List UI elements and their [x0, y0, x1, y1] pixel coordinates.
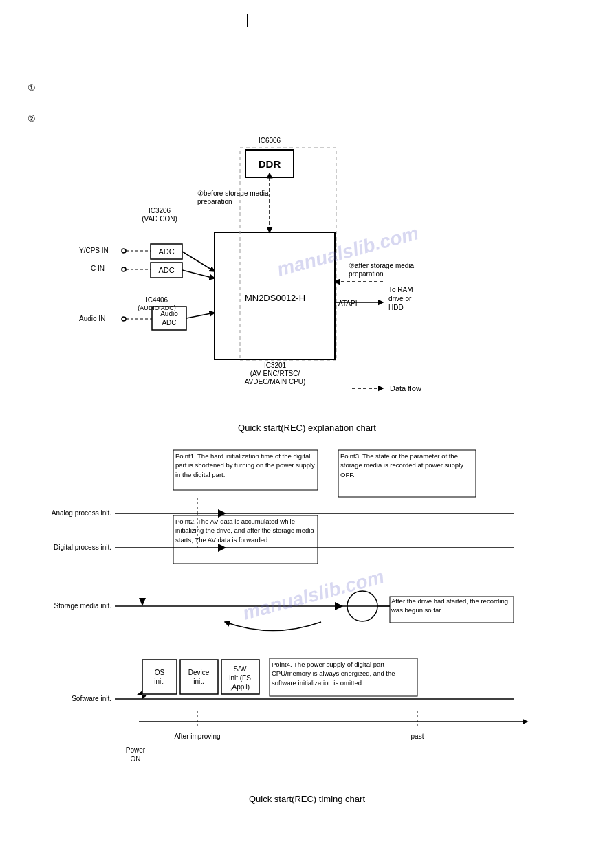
svg-text:IC4406: IC4406 [145, 296, 168, 304]
svg-text:ATAPI: ATAPI [338, 300, 357, 307]
svg-text:ON: ON [130, 755, 140, 763]
svg-text:HDD: HDD [388, 304, 404, 311]
section2: ② [28, 113, 586, 124]
svg-point-20 [122, 249, 126, 253]
svg-text:Audio IN: Audio IN [79, 315, 105, 322]
svg-text:drive or: drive or [388, 295, 412, 302]
svg-text:Analog process init.: Analog process init. [51, 509, 111, 517]
svg-text:IC3206: IC3206 [148, 207, 171, 214]
svg-text:ADC: ADC [158, 266, 174, 274]
svg-text:(AUDIO ADC): (AUDIO ADC) [138, 304, 176, 311]
svg-marker-57 [335, 602, 343, 610]
svg-text:OS: OS [154, 669, 164, 676]
svg-text:Power: Power [125, 746, 145, 754]
svg-point-23 [122, 267, 126, 271]
svg-text:Software init.: Software init. [72, 695, 111, 702]
diagram-svg: DDR IC6006 IC3206 (VAD CON) ADC ADC Audi… [32, 131, 582, 419]
timing-svg: Point1. The hard initialization time of … [32, 447, 582, 790]
svg-text:past: past [410, 733, 424, 740]
svg-point-26 [122, 317, 126, 321]
svg-text:ADC: ADC [158, 247, 174, 256]
timing-chart-title: Quick start(REC) timing chart [28, 794, 586, 804]
section2-label: ② [28, 113, 586, 124]
svg-line-28 [182, 252, 215, 271]
svg-text:,Appli): ,Appli) [230, 683, 249, 691]
svg-text:MN2DS0012-H: MN2DS0012-H [244, 293, 305, 303]
svg-text:preparation: preparation [349, 270, 384, 278]
svg-text:Data flow: Data flow [390, 384, 421, 392]
section1-label: ① [28, 82, 586, 93]
explanation-chart-title: Quick start(REC) explanation chart [28, 423, 586, 433]
svg-text:①before storage media: ①before storage media [197, 190, 269, 197]
svg-line-29 [182, 270, 215, 278]
svg-rect-67 [180, 660, 218, 694]
timing-chart: Point1. The hard initialization time of … [32, 447, 582, 790]
svg-text:C IN: C IN [91, 265, 105, 272]
svg-line-30 [186, 313, 215, 318]
svg-text:preparation: preparation [197, 198, 232, 205]
svg-text:Storage media init.: Storage media init. [54, 602, 111, 610]
svg-text:IC3201: IC3201 [263, 361, 286, 369]
svg-text:IC6006: IC6006 [258, 137, 281, 144]
svg-marker-56 [139, 598, 146, 606]
svg-text:S/W: S/W [233, 665, 246, 673]
svg-text:②after storage media: ②after storage media [349, 262, 415, 269]
svg-text:init.(FS: init.(FS [229, 674, 251, 682]
explanation-diagram: DDR IC6006 IC3206 (VAD CON) ADC ADC Audi… [32, 131, 582, 419]
svg-text:Device: Device [188, 669, 209, 676]
svg-text:ADC: ADC [162, 319, 176, 326]
svg-text:After improving: After improving [174, 733, 220, 740]
top-bar [28, 14, 248, 27]
svg-text:(AV ENC/RTSC/: (AV ENC/RTSC/ [250, 370, 300, 377]
svg-text:Y/CPS IN: Y/CPS IN [79, 247, 109, 254]
section1: ① [28, 82, 586, 93]
svg-text:DDR: DDR [258, 158, 281, 170]
svg-text:init.: init. [193, 678, 204, 685]
svg-text:AVDEC/MAIN CPU): AVDEC/MAIN CPU) [244, 378, 305, 386]
svg-text:(VAD CON): (VAD CON) [142, 215, 177, 223]
svg-text:Digital process init.: Digital process init. [54, 544, 111, 551]
svg-text:To RAM: To RAM [388, 286, 413, 293]
svg-rect-64 [142, 660, 177, 694]
svg-text:init.: init. [154, 678, 165, 685]
